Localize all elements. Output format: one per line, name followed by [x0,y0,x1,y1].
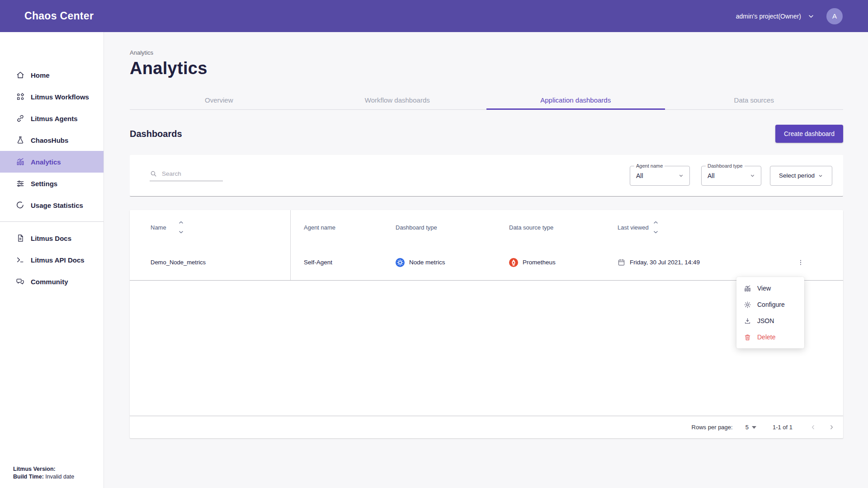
column-label: Agent name [304,224,335,231]
dashboard-type-select[interactable]: Dashboard type All [701,166,761,186]
sidebar-item-litmus-workflows[interactable]: Litmus Workflows [0,86,104,108]
cell-name: Demo_Node_metrics [130,244,291,280]
data-source-text: Prometheus [523,259,556,266]
gear-icon [744,301,751,309]
sidebar-item-label: Community [31,278,68,286]
dashboard-type-value: All [708,172,750,179]
sidebar-item-label: Settings [31,180,57,188]
app-title: Chaos Center [24,10,94,22]
menu-item-json[interactable]: JSON [736,313,804,329]
sidebar-item-analytics[interactable]: Analytics [0,151,104,173]
menu-item-configure[interactable]: Configure [736,296,804,313]
sidebar-item-settings[interactable]: Settings [0,173,104,194]
column-label: Name [151,224,166,231]
agent-name-select[interactable]: Agent name All [630,166,690,186]
pagination-range: 1-1 of 1 [773,424,793,431]
rows-per-page-label: Rows per page: [692,424,733,431]
next-page-button[interactable] [828,424,835,431]
dashboards-table-card: Name Agent name Dashboard type Data sour… [130,210,843,438]
sort-desc-icon[interactable] [653,230,658,234]
create-dashboard-button[interactable]: Create dashboard [775,125,843,143]
search-input[interactable] [162,170,223,177]
document-icon [16,234,25,243]
kebab-menu-icon[interactable] [794,256,807,269]
table-row[interactable]: Demo_Node_metrics Self-Agent Node metric… [130,244,843,281]
sliders-icon [16,179,25,188]
sidebar-item-litmus-api-docs[interactable]: Litmus API Docs [0,249,104,271]
tab-application-dashboards[interactable]: Application dashboards [486,90,665,109]
column-header-actions [781,210,843,244]
sidebar-item-litmus-agents[interactable]: Litmus Agents [0,108,104,129]
sidebar-item-label: Litmus Agents [31,115,78,122]
prometheus-flame-icon [509,258,518,267]
main-content: Analytics Analytics Overview Workflow da… [104,32,868,488]
rows-per-page-select[interactable]: 5 [745,424,756,431]
dashboard-type-text: Node metrics [409,259,445,266]
dropdown-arrow-icon [752,426,756,429]
sidebar-item-litmus-docs[interactable]: Litmus Docs [0,227,104,249]
terminal-icon [16,255,25,264]
sort-asc-icon[interactable] [179,221,184,224]
dashboard-type-label: Dashboard type [706,163,745,169]
tab-overview[interactable]: Overview [130,90,308,109]
chevron-down-icon [818,173,823,178]
chat-bubbles-icon [16,277,25,286]
row-context-menu: View Configure JSON Delete [736,277,804,348]
avatar[interactable]: A [826,8,843,24]
link-icon [16,114,25,123]
calendar-icon [618,258,625,266]
agent-name-value: All [636,172,678,179]
table-header-row: Name Agent name Dashboard type Data sour… [130,210,843,244]
chevron-down-icon [678,173,684,178]
bar-chart-icon [744,285,751,292]
select-period-label: Select period [779,172,815,179]
tab-workflow-dashboards[interactable]: Workflow dashboards [308,90,487,109]
page-title: Analytics [130,59,843,78]
sort-control-name [179,221,184,234]
cell-actions [781,244,843,280]
cell-data-source-type: Prometheus [496,244,604,280]
column-header-data-source-type: Data source type [496,210,604,244]
build-time-value: Invalid date [45,474,74,480]
sidebar-item-chaoshubs[interactable]: ChaosHubs [0,129,104,151]
kubernetes-node-icon [396,258,405,267]
column-header-name: Name [130,210,291,244]
rows-per-page-value: 5 [745,424,749,431]
chevron-down-icon [750,173,755,178]
menu-item-label: Delete [757,333,775,341]
usage-ring-icon [16,201,25,210]
sidebar-item-home[interactable]: Home [0,64,104,86]
cell-dashboard-type: Node metrics [382,244,496,280]
sidebar-item-label: Litmus Docs [31,235,71,242]
sort-asc-icon[interactable] [653,221,658,224]
page-body: Home Litmus Workflows Litmus Agents Chao… [0,32,868,488]
sort-desc-icon[interactable] [179,230,184,234]
menu-item-delete[interactable]: Delete [736,329,804,345]
pagination-bar: Rows per page: 5 1-1 of 1 [130,416,843,438]
menu-item-view[interactable]: View [736,280,804,296]
build-time-label: Build Time: [13,474,44,480]
agent-name-label: Agent name [634,163,665,169]
project-selector[interactable]: admin's project(Owner) [736,13,801,20]
home-icon [16,70,25,80]
tab-data-sources[interactable]: Data sources [665,90,844,109]
search-field [150,170,223,181]
last-viewed-text: Friday, 30 Jul 2021, 14:49 [630,259,700,266]
filter-bar: Agent name All Dashboard type All Select… [130,155,843,197]
select-period-button[interactable]: Select period [770,166,832,186]
bar-chart-icon [16,157,25,166]
column-label: Last viewed [618,224,649,231]
chevron-down-icon[interactable] [807,13,815,20]
cell-agent-name: Self-Agent [291,244,382,280]
sidebar-item-usage-statistics[interactable]: Usage Statistics [0,194,104,216]
header-right: admin's project(Owner) A [736,8,843,24]
workflows-icon [16,92,25,101]
download-icon [744,317,751,325]
sidebar-item-label: Usage Statistics [31,202,83,209]
search-icon [150,170,157,178]
previous-page-button[interactable] [810,424,816,431]
top-header: Chaos Center admin's project(Owner) A [0,0,868,32]
sidebar-item-community[interactable]: Community [0,271,104,292]
sidebar: Home Litmus Workflows Litmus Agents Chao… [0,32,104,488]
column-header-last-viewed: Last viewed [604,210,781,244]
